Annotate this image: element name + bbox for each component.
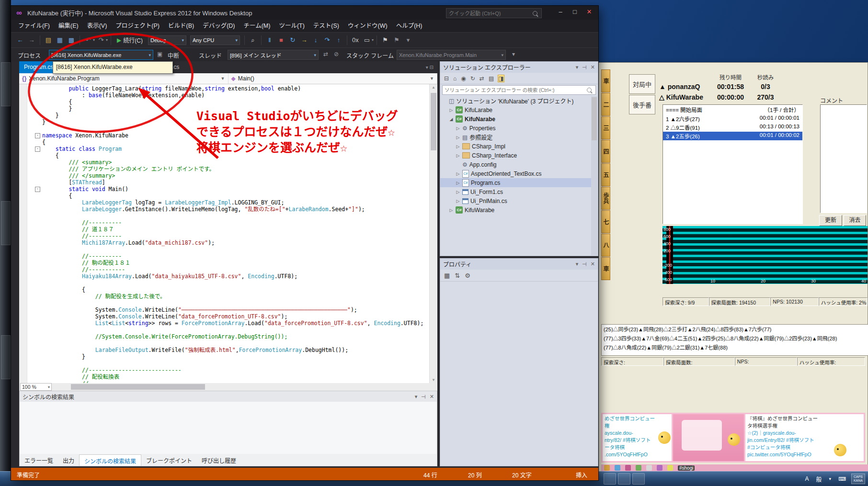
menu-item[interactable]: ビルド(B): [164, 20, 198, 32]
type-dropdown[interactable]: {} Xenon.KifuNarabe.Program ▼: [19, 73, 228, 84]
taskbar-buttons[interactable]: [604, 473, 647, 485]
fold-toggle-icon[interactable]: -: [35, 147, 40, 152]
expander-icon[interactable]: ▷: [456, 135, 460, 140]
tree-item[interactable]: ▷C#KifuLarabe: [440, 105, 591, 114]
categorized-icon[interactable]: ▦: [444, 272, 450, 279]
window-position-icon[interactable]: ▾: [576, 64, 579, 70]
window-position-icon[interactable]: ▾: [415, 394, 418, 400]
taskbar-app-button[interactable]: [618, 473, 630, 485]
pause-icon[interactable]: ‖: [264, 36, 275, 44]
home-icon[interactable]: ⌂: [453, 75, 457, 82]
properties-header[interactable]: プロパティ ▾ ⊤ ✕: [440, 259, 598, 270]
solution-search-box[interactable]: [442, 85, 596, 95]
bottom-tab[interactable]: エラー一覧: [20, 454, 58, 466]
hashtag-icon[interactable]: [646, 465, 652, 471]
open-file-icon[interactable]: ▤: [43, 36, 54, 44]
chevron-down-icon[interactable]: ▾: [312, 53, 316, 57]
toolbar-overflow-icon[interactable]: ▾: [403, 36, 413, 44]
bottom-panel-header[interactable]: シンボルの検索結果 ▾ ⊤ ✕: [20, 391, 437, 402]
scrollbar-thumb[interactable]: [71, 384, 205, 390]
scope-icon[interactable]: ◉: [461, 75, 466, 82]
maximize-button[interactable]: □: [568, 7, 582, 17]
save-icon[interactable]: ▦: [55, 36, 65, 44]
restart-icon[interactable]: ↻: [287, 36, 298, 44]
board-square[interactable]: 車: [601, 69, 610, 92]
save-all-icon[interactable]: ▩: [66, 36, 77, 44]
hex-display-icon[interactable]: 0x: [350, 36, 361, 44]
expander-icon[interactable]: ▷: [456, 153, 460, 158]
tree-item[interactable]: ▷▤参照設定: [440, 133, 591, 142]
update-button[interactable]: 更新: [819, 215, 842, 226]
menu-item[interactable]: テスト(S): [309, 20, 343, 32]
fold-toggle-icon[interactable]: -: [35, 133, 40, 138]
process-snapshot-icon[interactable]: ▣: [157, 51, 162, 57]
menu-item[interactable]: ファイル(F): [14, 20, 54, 32]
tree-item[interactable]: ◢C#KifuNarabe: [440, 114, 591, 124]
tree-item[interactable]: ▷CSharp_Impl: [440, 142, 591, 151]
step-over-icon[interactable]: ↷: [322, 36, 332, 44]
scroll-down-icon[interactable]: ▼: [430, 378, 437, 382]
tree-item[interactable]: ▷CSharp_Interface: [440, 151, 591, 160]
find-icon[interactable]: ⌕: [248, 36, 258, 44]
move-row[interactable]: 1 ▲2六歩(27)00:01 / 00:00:01: [663, 114, 802, 123]
expander-icon[interactable]: ▷: [456, 126, 460, 131]
configuration-combo[interactable]: Debug▾: [148, 35, 186, 45]
hashtag-icon[interactable]: [657, 465, 662, 471]
ime-input-mode[interactable]: A: [803, 475, 811, 483]
sync-with-active-icon[interactable]: ⇄: [480, 75, 484, 82]
close-icon[interactable]: ✕: [591, 261, 595, 267]
close-icon[interactable]: ✕: [430, 394, 434, 400]
editor-vertical-scrollbar[interactable]: ▲ ▼: [429, 84, 437, 383]
tab-list-icon[interactable]: ▾ ⊟: [426, 61, 437, 73]
hashtag-icon[interactable]: [604, 465, 610, 471]
menu-item[interactable]: チーム(M): [240, 20, 275, 32]
window-position-icon[interactable]: ▾: [576, 261, 579, 267]
pin-icon[interactable]: ⊤: [581, 262, 587, 267]
scrollbar-thumb[interactable]: [431, 93, 436, 150]
expander-icon[interactable]: ▷: [456, 199, 460, 203]
hashtag-chip[interactable]: #shogi: [678, 465, 695, 471]
show-all-files-icon[interactable]: ▤: [489, 75, 494, 82]
tree-item[interactable]: ▷Ui_PnlMain.cs: [440, 196, 591, 205]
title-bar[interactable]: ∞ KifuNarabe (実行中) - Microsoft Visual St…: [11, 6, 598, 20]
tweet-card[interactable]: 『将棋』めざせ世界コンピュータ将棋選手権☆(2)｜grayscale.dou-j…: [745, 414, 864, 461]
redo-icon[interactable]: ↷: [96, 36, 106, 44]
bookmark-next-icon[interactable]: ⚑: [391, 36, 402, 44]
output-window-icon[interactable]: ▭: [362, 36, 372, 44]
expander-icon[interactable]: ▷: [456, 144, 460, 149]
board-square[interactable]: 二: [601, 93, 610, 116]
tree-item[interactable]: ▷C#AspectOriented_TextBox.cs: [440, 169, 591, 178]
bottom-tab[interactable]: 呼び出し履歴: [197, 454, 241, 466]
nav-forward-icon[interactable]: →: [26, 36, 37, 44]
bottom-tab[interactable]: ブレークポイント: [141, 454, 197, 466]
hashtag-icon[interactable]: [636, 465, 641, 471]
ime-conversion-mode[interactable]: 般: [814, 475, 824, 484]
stop-icon[interactable]: ■: [276, 36, 286, 44]
hashtag-icon[interactable]: [615, 465, 620, 471]
taskbar-app-button[interactable]: [632, 473, 645, 485]
pin-icon[interactable]: ⊤: [581, 65, 587, 70]
board-square[interactable]: 四: [601, 140, 610, 163]
close-button[interactable]: ✕: [582, 7, 596, 17]
menu-item[interactable]: 表示(V): [83, 20, 112, 32]
board-square[interactable]: 八: [601, 234, 610, 257]
thread-combo[interactable]: [896] メイン スレッド ▾: [228, 50, 319, 60]
code-area[interactable]: public LoggerTag_Lara(string fileNameWoe…: [42, 85, 423, 383]
editor-horizontal-scrollbar[interactable]: 100 % ▾: [19, 383, 437, 391]
tree-item[interactable]: ▷⚙Properties: [440, 124, 591, 133]
bookmark-icon[interactable]: ⚑: [380, 36, 390, 44]
menu-item[interactable]: プロジェクト(P): [111, 20, 164, 32]
chevron-down-icon[interactable]: ▼: [221, 76, 225, 81]
process-dropdown-item[interactable]: [8616] Xenon.KifuWarabe.exe: [56, 64, 133, 70]
pin-icon[interactable]: ⊤: [420, 394, 426, 399]
tree-item[interactable]: ▷C#Program.cs: [440, 178, 591, 187]
minimize-button[interactable]: –: [553, 7, 568, 17]
bottom-tab[interactable]: 出力: [58, 454, 79, 466]
move-row[interactable]: 2 △9二香(91)00:13 / 00:00:13: [663, 123, 802, 132]
tree-item[interactable]: ⚙App.config: [440, 160, 591, 169]
show-flagged-only-icon[interactable]: ⊘: [334, 51, 339, 57]
break-all-label[interactable]: 中断: [168, 51, 179, 59]
move-list[interactable]: ==== 開始局面（1手 / 合計）1 ▲2六歩(27)00:01 / 00:0…: [662, 104, 803, 224]
board-square[interactable]: 七: [601, 210, 610, 233]
ime-tools-icon[interactable]: ▾: [827, 476, 834, 482]
